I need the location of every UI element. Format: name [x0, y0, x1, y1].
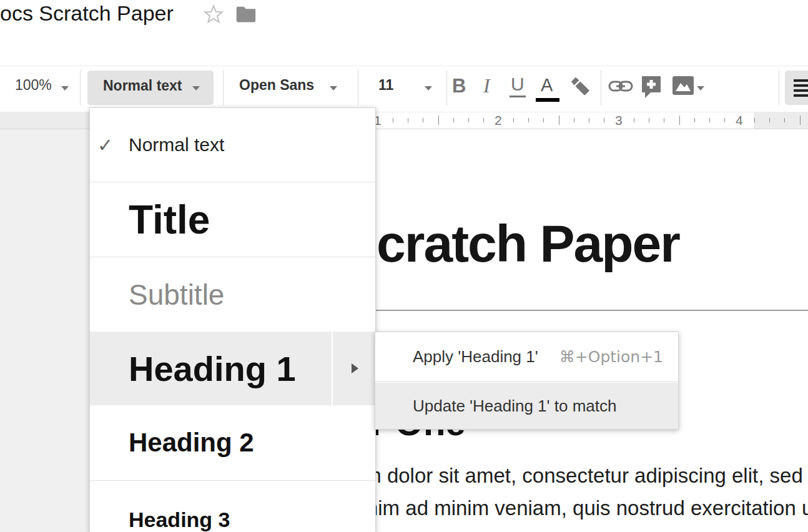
star-icon[interactable] — [202, 3, 225, 28]
ruler-inch-number: 2 — [495, 113, 502, 128]
style-option-subtitle[interactable]: Subtitle — [90, 257, 375, 332]
text-color-swatch — [536, 98, 559, 102]
style-option-title[interactable]: Title — [90, 182, 375, 257]
ruler-inch-number: 4 — [736, 113, 743, 128]
style-option-heading-3[interactable]: Heading 3 — [90, 481, 375, 532]
align-button[interactable] — [785, 71, 808, 105]
menubar: View Insert Format Tools Add-ons Help Al… — [0, 31, 808, 66]
style-option-normal-text[interactable]: ✓ Normal text — [90, 108, 375, 182]
font-caret-icon[interactable] — [330, 86, 337, 91]
google-docs-window: Scratch Paper Header One Lorem ipsum dol… — [0, 0, 808, 532]
styles-caret-icon — [192, 86, 200, 91]
toolbar: 100% Normal text Open Sans 11 B I U A — [0, 66, 808, 112]
underline-button[interactable]: U — [510, 74, 526, 97]
submenu-arrow-icon — [352, 363, 358, 373]
heading-1-submenu-arrow[interactable] — [332, 332, 377, 405]
heading-1-submenu: Apply 'Heading 1' ⌘+Option+1 Update 'Hea… — [375, 332, 679, 430]
checkmark-icon: ✓ — [97, 134, 113, 156]
document-name[interactable]: ocs Scratch Paper — [0, 1, 174, 26]
zoom-select[interactable]: 100% — [15, 77, 52, 94]
styles-select-value: Normal text — [103, 77, 182, 94]
insert-image-caret-icon[interactable] — [697, 86, 704, 91]
styles-dropdown-menu: ✓ Normal text Title Subtitle Heading 1 H… — [89, 107, 376, 532]
font-select[interactable]: Open Sans — [239, 77, 314, 94]
document-heading-title[interactable]: Scratch Paper — [343, 214, 679, 274]
font-size-caret-icon[interactable] — [425, 86, 432, 91]
insert-link-button[interactable] — [608, 79, 633, 96]
zoom-caret-icon[interactable] — [61, 86, 69, 91]
text-color-button[interactable]: A — [541, 75, 553, 96]
bold-button[interactable]: B — [452, 75, 466, 97]
insert-comment-button[interactable] — [641, 75, 662, 102]
italic-button[interactable]: I — [483, 74, 490, 97]
styles-select[interactable]: Normal text — [87, 71, 214, 105]
insert-image-button[interactable] — [672, 76, 694, 98]
titlebar: ocs Scratch Paper — [0, 0, 808, 31]
ruler-inch-number: 3 — [615, 113, 623, 128]
align-left-icon — [785, 71, 808, 97]
apply-heading-1-item[interactable]: Apply 'Heading 1' ⌘+Option+1 — [375, 332, 678, 382]
style-option-heading-2[interactable]: Heading 2 — [90, 405, 375, 480]
update-heading-1-item[interactable]: Update 'Heading 1' to match — [375, 383, 678, 429]
font-size-select[interactable]: 11 — [378, 77, 393, 94]
shortcut-label: ⌘+Option+1 — [559, 348, 663, 366]
highlight-button[interactable] — [568, 74, 594, 102]
folder-icon[interactable] — [236, 4, 257, 26]
